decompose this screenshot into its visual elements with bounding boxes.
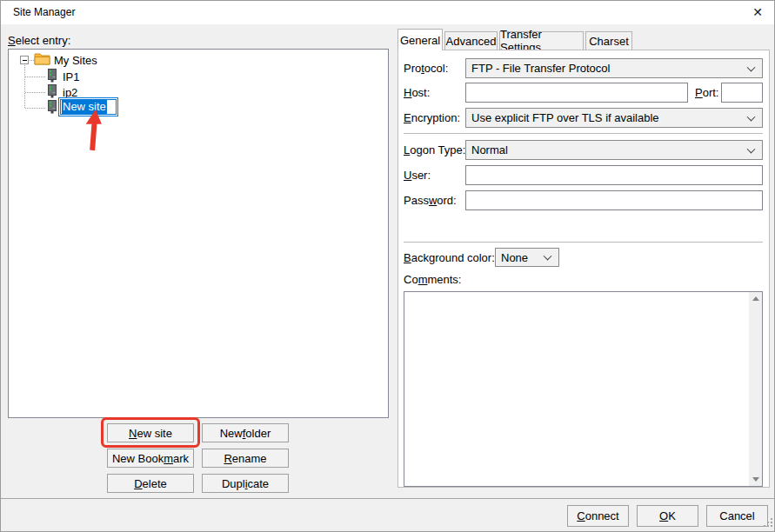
general-tab-page: Protocol: FTP - File Transfer Protocol H… — [398, 50, 770, 488]
tab-charset[interactable]: Charset — [585, 31, 632, 50]
user-input[interactable] — [465, 165, 763, 185]
port-label: Port: — [695, 86, 718, 99]
tree-collapse-icon[interactable] — [20, 56, 29, 64]
encryption-value: Use explicit FTP over TLS if available — [471, 111, 659, 124]
chevron-down-icon — [747, 144, 756, 153]
tree-connector — [24, 65, 25, 108]
delete-button[interactable]: Delete — [107, 474, 194, 493]
comments-textarea[interactable] — [404, 291, 763, 487]
tab-advanced[interactable]: Advanced — [444, 31, 498, 50]
comments-label: Comments: — [404, 273, 461, 286]
server-icon — [47, 100, 57, 116]
new-site-button[interactable]: New site — [107, 423, 194, 442]
logon-type-value: Normal — [471, 143, 508, 156]
separator — [1, 498, 774, 499]
tree-item-my-sites[interactable]: My Sites — [54, 54, 97, 67]
resize-grip[interactable] — [764, 516, 772, 529]
protocol-select[interactable]: FTP - File Transfer Protocol — [465, 58, 763, 78]
new-bookmark-button[interactable]: New Bookmark — [107, 449, 194, 468]
logon-type-select[interactable]: Normal — [465, 140, 763, 160]
encryption-select[interactable]: Use explicit FTP over TLS if available — [465, 108, 763, 128]
site-manager-dialog: Site Manager ✕ Select entry: My Sites — [0, 0, 775, 532]
title-bar: Site Manager ✕ — [1, 1, 774, 24]
scroll-up-icon[interactable] — [749, 292, 762, 305]
tab-transfer-settings[interactable]: Transfer Settings — [499, 31, 584, 50]
server-icon — [47, 84, 57, 101]
folder-icon — [34, 52, 50, 68]
chevron-down-icon — [747, 112, 756, 121]
separator — [404, 242, 763, 243]
background-color-value: None — [501, 251, 528, 264]
background-color-select[interactable]: None — [495, 248, 559, 267]
encryption-label: Encryption: — [404, 111, 460, 124]
tree-connector — [25, 92, 45, 93]
rename-button[interactable]: Rename — [202, 449, 289, 468]
close-icon[interactable]: ✕ — [748, 3, 767, 21]
tree-connector — [25, 76, 45, 77]
protocol-value: FTP - File Transfer Protocol — [471, 62, 610, 75]
protocol-label: Protocol: — [404, 62, 448, 75]
background-color-label: Background color: — [404, 251, 495, 264]
site-tree[interactable]: My Sites IP1 ip2 — [8, 49, 389, 418]
password-label: Password: — [404, 194, 457, 207]
separator — [404, 133, 763, 134]
tree-item-ip1[interactable]: IP1 — [63, 70, 80, 83]
connect-button[interactable]: Connect — [567, 505, 629, 527]
host-input[interactable] — [465, 83, 688, 103]
ok-button[interactable]: OK — [637, 505, 698, 527]
user-label: User: — [404, 169, 431, 182]
select-entry-label: Select entry: — [8, 34, 70, 47]
duplicate-button[interactable]: Duplicate — [202, 474, 289, 493]
chevron-down-icon — [747, 63, 756, 71]
password-input[interactable] — [465, 190, 763, 210]
cancel-button[interactable]: Cancel — [706, 505, 768, 527]
scroll-down-icon[interactable] — [749, 473, 762, 486]
port-input[interactable] — [721, 83, 763, 103]
window-title: Site Manager — [13, 6, 75, 18]
host-label: Host: — [404, 86, 430, 99]
comments-scrollbar[interactable] — [749, 292, 762, 486]
chevron-down-icon — [544, 252, 552, 261]
new-folder-button[interactable]: New folder — [202, 423, 289, 442]
tab-general[interactable]: General — [398, 29, 443, 50]
logon-type-label: Logon Type: — [404, 143, 465, 156]
tree-connector — [25, 108, 45, 109]
annotation-arrow-icon — [85, 109, 108, 155]
server-icon — [47, 69, 57, 85]
